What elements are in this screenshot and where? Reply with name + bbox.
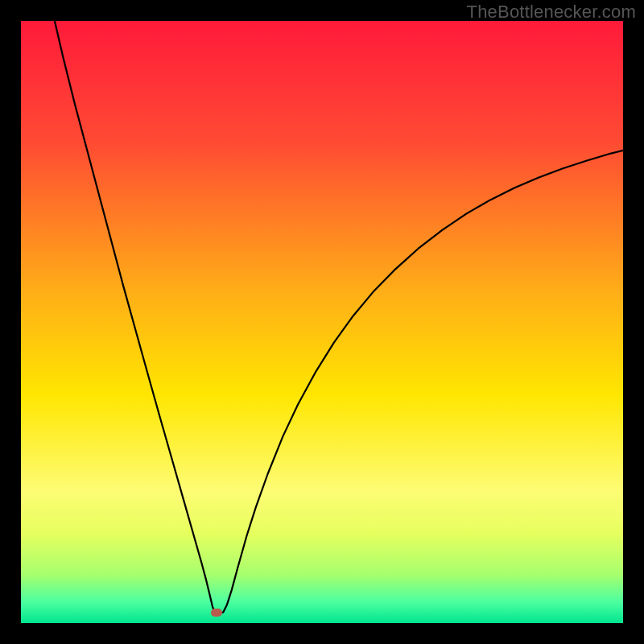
curve-layer xyxy=(21,21,623,623)
watermark: TheBottlenecker.com xyxy=(467,2,636,23)
bottleneck-curve xyxy=(55,21,623,613)
chart-frame: TheBottlenecker.com xyxy=(0,0,644,644)
plot-area xyxy=(21,21,623,623)
minimum-marker xyxy=(211,609,222,617)
